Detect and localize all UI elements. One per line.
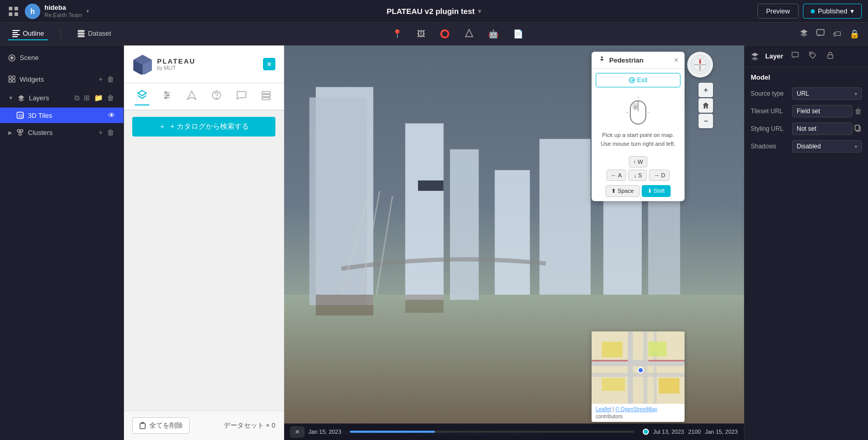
zoom-out-button[interactable]: − (699, 114, 713, 128)
svg-rect-3 (14, 12, 18, 16)
tileset-url-row: Tileset URL Field set 🗑 (751, 105, 862, 117)
tileset-url-label: Tileset URL (751, 108, 792, 115)
published-button[interactable]: Published ▾ (803, 4, 862, 19)
layers-delete-btn[interactable]: 🗑 (106, 93, 115, 103)
key-s: ↓ S (628, 170, 647, 181)
comment-icon[interactable] (816, 29, 825, 39)
widgets-section-left: Widgets (8, 75, 44, 83)
clusters-add-btn[interactable]: + (98, 127, 104, 138)
timeline-progress[interactable] (350, 431, 634, 433)
widgets-delete-btn[interactable]: 🗑 (106, 74, 115, 84)
tab-dataset[interactable]: Dataset (73, 27, 115, 40)
timeline-date4: Jan 15, 2023 (705, 429, 738, 435)
shadows-dropdown[interactable]: Disabled ▾ (792, 140, 862, 153)
home-button[interactable] (699, 98, 713, 113)
dataset-count-label: データセット × 0 (224, 421, 275, 430)
tileset-delete-button[interactable]: 🗑 (855, 107, 862, 115)
document-icon[interactable]: 📄 (511, 27, 525, 41)
topbar-center: PLATEAU v2 plugin test ▾ (386, 7, 482, 16)
catalog-tab-help[interactable] (209, 88, 224, 105)
zoom-in-button[interactable]: + (699, 83, 713, 97)
map-area[interactable]: PLATEAU by MLIT × (124, 45, 744, 440)
right-tab-lock[interactable] (825, 50, 836, 63)
sidebar-section-layers[interactable]: ▼ Layers ⧉ ⊞ 📁 🗑 (0, 88, 123, 108)
shadows-row: Shadows Disabled ▾ (751, 140, 862, 153)
catalog-header: PLATEAU by MLIT × (124, 45, 284, 83)
tag-icon[interactable]: 🏷 (833, 29, 841, 39)
published-label: Published (818, 7, 847, 15)
svg-point-71 (601, 56, 603, 58)
layers-stack-btn[interactable]: ⊞ (83, 93, 91, 103)
catalog-tab-location[interactable] (184, 88, 199, 105)
layers-actions: ⧉ ⊞ 📁 🗑 (73, 93, 115, 103)
catalog-tab-settings[interactable] (160, 88, 174, 105)
sidebar-item-3dtiles[interactable]: 3D 3D Tiles 👁 (0, 108, 123, 123)
layers-icon[interactable] (800, 29, 808, 39)
clusters-section-left: ▶ Clusters (8, 129, 53, 136)
sidebar-section-widgets[interactable]: Widgets + 🗑 (0, 70, 123, 88)
leaflet-link[interactable]: Leaflet (596, 406, 611, 412)
clusters-delete-btn[interactable]: 🗑 (106, 127, 115, 138)
catalog-content (124, 143, 284, 411)
3dtiles-visibility-icon[interactable]: 👁 (108, 111, 115, 119)
delete-all-button[interactable]: 全てを削除 (132, 417, 190, 434)
catalog-tab-chat[interactable] (234, 88, 249, 105)
tab-outline[interactable]: Outline (8, 27, 48, 40)
right-layers-icon[interactable] (751, 52, 759, 60)
source-type-arrow-icon: ▾ (855, 91, 857, 97)
pedestrian-exit-button[interactable]: Exit (596, 73, 680, 87)
layers-folder-btn[interactable]: 📁 (93, 93, 104, 103)
svg-rect-37 (495, 170, 530, 295)
widgets-add-btn[interactable]: + (98, 74, 104, 84)
svg-rect-0 (9, 7, 12, 10)
styling-url-field[interactable]: Not set (792, 123, 853, 135)
sidebar-item-scene[interactable]: Scene (0, 50, 123, 66)
svg-rect-31 (309, 97, 367, 305)
svg-point-57 (216, 98, 217, 99)
source-type-row: Source type URL ▾ (751, 87, 862, 100)
catalog-close-button[interactable]: × (263, 58, 275, 70)
tileset-url-field[interactable]: Field set (792, 105, 853, 117)
user-dropdown-icon[interactable]: ▾ (86, 8, 89, 14)
sidebar: Scene Widgets + 🗑 ▼ (0, 45, 124, 440)
svg-rect-6 (12, 34, 20, 35)
pedestrian-close-button[interactable]: × (674, 56, 678, 64)
timeline-x-icon: ✕ (295, 429, 300, 435)
robot-icon[interactable]: 🤖 (486, 27, 501, 41)
compass-inner: N (691, 55, 709, 74)
preview-button[interactable]: Preview (757, 4, 799, 19)
catalog-tab-layers[interactable] (135, 87, 149, 105)
shape-icon[interactable] (462, 26, 476, 42)
right-tab-tag[interactable] (807, 50, 818, 63)
plateau-logo-text-area: PLATEAU by MLIT (157, 57, 195, 71)
catalog-tab-list[interactable] (259, 88, 273, 105)
lock-icon[interactable]: 🔒 (849, 29, 860, 39)
wasd-grid: ↑ W ← A ↓ S → D (592, 152, 685, 185)
svg-rect-33 (450, 149, 479, 300)
sidebar-section-clusters[interactable]: ▶ Clusters + 🗑 (0, 123, 123, 142)
topbar: h hideba Re:Earth Team ▾ PLATEAU v2 plug… (0, 0, 868, 23)
project-title: PLATEAU v2 plugin test (386, 7, 475, 16)
right-tab-comment[interactable] (789, 50, 801, 63)
compass[interactable]: N (687, 52, 713, 78)
image-icon[interactable]: 🖼 (415, 27, 427, 41)
layer-tab-label[interactable]: Layer (765, 52, 783, 60)
timeline-marker[interactable] (643, 429, 649, 435)
widgets-label: Widgets (20, 75, 44, 83)
circle-icon[interactable]: ⭕ (438, 27, 452, 41)
source-type-dropdown[interactable]: URL ▾ (792, 87, 862, 100)
svg-rect-38 (418, 180, 443, 191)
catalog-search-button[interactable]: ＋ + カタログから検索する (132, 117, 275, 136)
grid-icon[interactable] (6, 4, 21, 19)
scene-label: Scene (20, 54, 39, 62)
layers-duplicate-btn[interactable]: ⧉ (73, 93, 81, 103)
svg-rect-17 (9, 76, 11, 79)
osm-link[interactable]: © OpenStreetMap (615, 406, 657, 412)
project-dropdown-icon[interactable]: ▾ (478, 7, 482, 15)
pedestrian-title-text: Pedestrian (609, 56, 643, 64)
styling-url-copy-button[interactable] (855, 125, 862, 133)
compass-circle[interactable]: N (687, 52, 713, 78)
pin-icon[interactable]: 📍 (390, 27, 405, 41)
timeline-close-btn[interactable]: ✕ (290, 427, 304, 437)
plateau-sub: by MLIT (157, 65, 195, 71)
